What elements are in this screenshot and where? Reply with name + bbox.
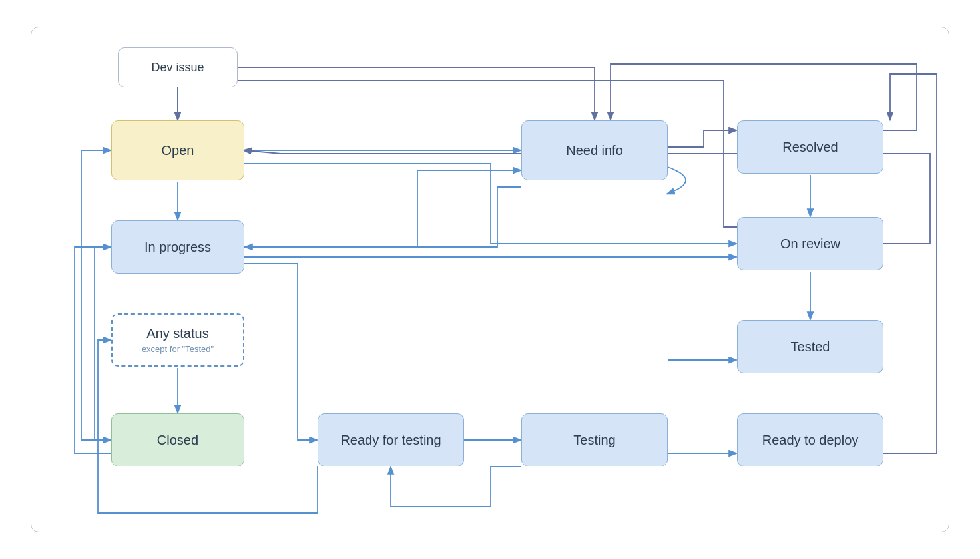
node-need-info: Need info: [521, 120, 668, 180]
workflow-diagram: Dev issue Open In progress Any status ex…: [31, 27, 949, 532]
node-resolved-label: Resolved: [782, 140, 838, 155]
node-resolved: Resolved: [737, 120, 883, 174]
node-on-review-label: On review: [780, 236, 840, 252]
node-any-status-sublabel: except for "Tested": [142, 344, 214, 354]
node-ready-to-deploy: Ready to deploy: [737, 413, 883, 466]
node-dev-issue-label: Dev issue: [151, 61, 204, 75]
node-dev-issue: Dev issue: [118, 47, 238, 87]
node-open: Open: [111, 120, 244, 180]
node-closed-label: Closed: [157, 433, 198, 448]
node-tested: Tested: [737, 320, 883, 373]
node-tested-label: Tested: [791, 339, 830, 355]
node-testing: Testing: [521, 413, 668, 466]
node-on-review: On review: [737, 217, 883, 270]
node-in-progress: In progress: [111, 220, 244, 274]
node-testing-label: Testing: [573, 433, 615, 448]
node-ready-for-testing-label: Ready for testing: [340, 433, 441, 448]
node-ready-for-testing: Ready for testing: [318, 413, 464, 466]
node-any-status: Any status except for "Tested": [111, 313, 244, 367]
node-open-label: Open: [162, 143, 194, 158]
node-in-progress-label: In progress: [144, 240, 211, 255]
node-any-status-label: Any status: [146, 326, 208, 341]
node-closed: Closed: [111, 413, 244, 466]
node-ready-to-deploy-label: Ready to deploy: [762, 433, 859, 448]
node-need-info-label: Need info: [566, 143, 623, 158]
